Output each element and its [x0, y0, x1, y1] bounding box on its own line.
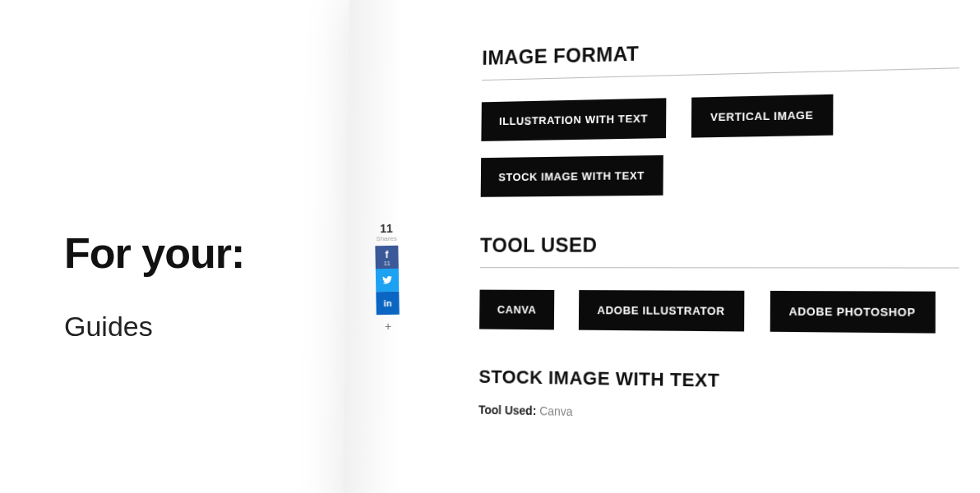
share-facebook-button[interactable]: f 11	[375, 246, 398, 269]
share-more-button[interactable]: +	[377, 315, 400, 333]
share-count: 11	[375, 222, 398, 235]
result-meta-label: Tool Used:	[478, 403, 536, 417]
tag-canva[interactable]: CANVA	[479, 290, 554, 330]
tag-vertical-image[interactable]: VERTICAL IMAGE	[691, 94, 833, 138]
page-content: IMAGE FORMAT ILLUSTRATION WITH TEXT VERT…	[478, 30, 980, 429]
caption-title: For your:	[64, 228, 244, 278]
tag-adobe-photoshop[interactable]: ADOBE PHOTOSHOP	[770, 291, 936, 334]
tag-row-tool-used: CANVA ADOBE ILLUSTRATOR ADOBE PHOTOSHOP	[479, 290, 980, 334]
share-linkedin-button[interactable]: in	[376, 292, 399, 315]
tag-adobe-illustrator[interactable]: ADOBE ILLUSTRATOR	[579, 290, 744, 331]
share-twitter-button[interactable]	[376, 269, 399, 292]
facebook-icon: f	[385, 248, 388, 260]
result-meta: Tool Used: Canva	[478, 403, 980, 428]
share-facebook-count: 11	[384, 260, 391, 265]
tag-illustration-with-text[interactable]: ILLUSTRATION WITH TEXT	[481, 98, 666, 141]
tilted-page: IMAGE FORMAT ILLUSTRATION WITH TEXT VERT…	[340, 0, 980, 493]
result-meta-value: Canva	[539, 404, 573, 418]
tag-stock-image-with-text[interactable]: STOCK IMAGE WITH TEXT	[481, 155, 663, 197]
section-heading-tool-used: TOOL USED	[480, 232, 959, 268]
caption-subtitle: Guides	[64, 311, 244, 343]
share-rail: 11 Shares f 11 in +	[375, 222, 400, 333]
linkedin-icon: in	[384, 298, 392, 308]
twitter-icon	[382, 276, 392, 284]
result-heading: STOCK IMAGE WITH TEXT	[478, 366, 980, 398]
page-scene: IMAGE FORMAT ILLUSTRATION WITH TEXT VERT…	[345, 0, 980, 493]
share-label: Shares	[375, 235, 398, 242]
section-heading-image-format: IMAGE FORMAT	[482, 32, 959, 81]
tag-row-image-format: ILLUSTRATION WITH TEXT VERTICAL IMAGE ST…	[481, 90, 980, 197]
caption-block: For your: Guides	[64, 228, 244, 343]
